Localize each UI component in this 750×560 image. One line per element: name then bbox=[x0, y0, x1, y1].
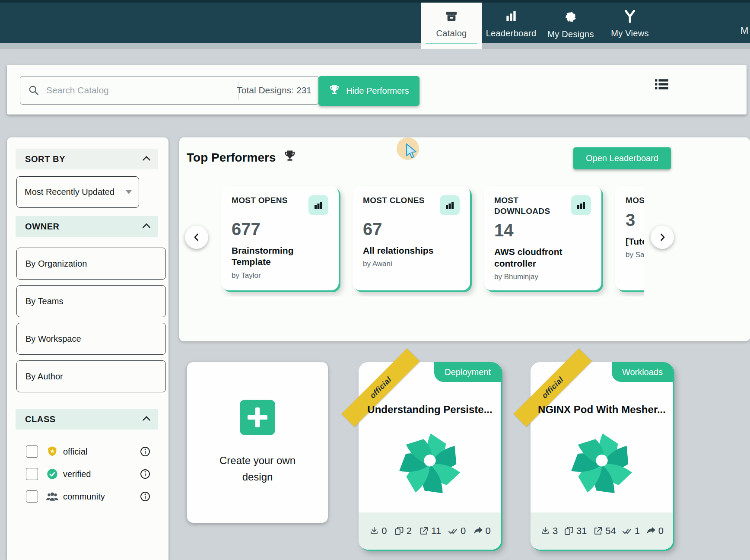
views-y-icon bbox=[623, 10, 637, 25]
hide-performers-button[interactable]: Hide Performers bbox=[318, 76, 419, 106]
metric-label: MOST DOWNLOADS bbox=[494, 195, 566, 216]
meshery-spiral-logo bbox=[560, 423, 644, 509]
metric-value: 14 bbox=[494, 221, 591, 240]
plus-icon bbox=[240, 400, 275, 435]
chevron-up-icon bbox=[142, 222, 151, 231]
checks-stat[interactable]: 1 bbox=[622, 525, 640, 537]
tab-catalog[interactable]: Catalog bbox=[421, 3, 482, 49]
catalog-page: Catalog Leaderboard bbox=[0, 0, 750, 560]
performer-card-most-opens[interactable]: MOST OPENS 677 Brainstorming Template by… bbox=[221, 186, 339, 290]
performer-card-partial[interactable]: MOST 3 [Tuto Kube by Sar bbox=[615, 186, 644, 290]
search-box[interactable]: Total Designs: 231 bbox=[20, 76, 319, 105]
hide-performers-label: Hide Performers bbox=[346, 86, 409, 96]
trophy-icon bbox=[283, 150, 296, 165]
community-checkbox[interactable] bbox=[26, 490, 38, 503]
bar-chart-icon bbox=[308, 195, 328, 215]
info-icon[interactable] bbox=[140, 491, 150, 502]
carousel-next-button[interactable] bbox=[651, 226, 674, 249]
chevron-up-icon bbox=[142, 415, 151, 423]
info-icon[interactable] bbox=[140, 446, 150, 457]
clones-count: 31 bbox=[576, 525, 587, 537]
class-option-verified[interactable]: verified bbox=[16, 464, 160, 484]
downloads-stat[interactable]: 0 bbox=[369, 525, 387, 537]
opens-count: 11 bbox=[431, 525, 441, 537]
download-icon bbox=[369, 526, 379, 536]
active-tab-underline bbox=[426, 43, 477, 44]
download-icon bbox=[540, 526, 550, 536]
shares-count: 0 bbox=[486, 525, 491, 537]
meshery-spiral-logo bbox=[388, 423, 472, 509]
shares-stat[interactable]: 0 bbox=[473, 525, 491, 537]
class-option-community[interactable]: community bbox=[16, 487, 160, 506]
metric-label: MOST OPENS bbox=[232, 195, 288, 206]
design-stats-footer: 0 2 11 0 bbox=[359, 512, 501, 550]
open-in-new-icon bbox=[419, 526, 429, 536]
design-author: by Taylor bbox=[232, 271, 328, 280]
top-performers-title: Top Performers bbox=[187, 150, 296, 165]
filter-by-workspace-button[interactable]: By Workspace bbox=[16, 323, 166, 355]
create-design-label: Create your own design bbox=[219, 452, 296, 485]
official-checkbox[interactable] bbox=[26, 445, 38, 458]
archive-icon bbox=[445, 10, 458, 25]
filter-by-organization-button[interactable]: By Organization bbox=[16, 248, 166, 280]
design-title: Understanding Persiste... bbox=[359, 404, 501, 416]
bar-chart-icon bbox=[504, 10, 518, 25]
filter-sidebar: SORT BY Most Recently Updated OWNER By O… bbox=[7, 137, 168, 560]
info-icon[interactable] bbox=[140, 469, 150, 479]
class-header[interactable]: CLASS bbox=[16, 409, 158, 430]
double-check-icon bbox=[448, 526, 458, 536]
class-option-label: official bbox=[63, 447, 87, 457]
list-view-icon[interactable] bbox=[655, 78, 669, 92]
open-in-new-icon bbox=[593, 526, 603, 536]
filter-by-author-button[interactable]: By Author bbox=[16, 360, 166, 392]
tab-my-views[interactable]: My Views bbox=[603, 3, 657, 43]
clone-icon bbox=[564, 526, 574, 536]
design-author: by Bhuminjay bbox=[494, 273, 591, 281]
checks-count: 0 bbox=[461, 525, 466, 537]
design-name: Brainstorming Template bbox=[232, 245, 328, 268]
tab-partial[interactable]: M bbox=[740, 25, 748, 36]
sort-order-select[interactable]: Most Recently Updated bbox=[16, 176, 139, 208]
verified-checkbox[interactable] bbox=[26, 468, 38, 480]
navbar-bottom-strip bbox=[0, 43, 750, 49]
metric-value: 3 bbox=[626, 210, 644, 230]
opens-count: 54 bbox=[605, 525, 616, 537]
sort-by-header[interactable]: SORT BY bbox=[16, 149, 158, 169]
carousel-prev-button[interactable] bbox=[185, 226, 208, 249]
tab-my-designs[interactable]: My Designs bbox=[543, 3, 598, 43]
opens-stat[interactable]: 11 bbox=[419, 525, 441, 537]
design-title: NGINX Pod With Mesher... bbox=[531, 404, 673, 416]
owner-header[interactable]: OWNER bbox=[16, 216, 158, 237]
performer-card-most-downloads[interactable]: MOST DOWNLOADS 14 AWS cloudfront control… bbox=[484, 186, 601, 290]
total-designs-label: Total Designs: 231 bbox=[237, 76, 311, 104]
performer-card-most-clones[interactable]: MOST CLONES 67 All relationships by Awan… bbox=[353, 186, 470, 290]
downloads-stat[interactable]: 3 bbox=[540, 525, 558, 537]
checks-count: 1 bbox=[635, 525, 640, 537]
search-input[interactable] bbox=[45, 85, 211, 96]
open-leaderboard-button[interactable]: Open Leaderboard bbox=[573, 147, 671, 169]
create-design-card[interactable]: Create your own design bbox=[187, 362, 328, 523]
top-performers-panel: Top Performers Open Leaderboard MOST OPE… bbox=[179, 137, 750, 341]
shares-stat[interactable]: 0 bbox=[646, 525, 664, 537]
checks-stat[interactable]: 0 bbox=[448, 525, 466, 537]
metric-value: 677 bbox=[232, 220, 328, 239]
design-card-nginx-pod[interactable]: official Workloads NGINX Pod With Mesher… bbox=[531, 362, 673, 550]
top-performers-title-text: Top Performers bbox=[187, 151, 276, 165]
opens-stat[interactable]: 54 bbox=[593, 525, 616, 537]
tab-leaderboard[interactable]: Leaderboard bbox=[484, 3, 538, 43]
metric-label: MOST CLONES bbox=[363, 195, 425, 206]
tab-label: My Designs bbox=[547, 29, 594, 39]
double-check-icon bbox=[622, 526, 632, 536]
caret-down-icon bbox=[126, 190, 132, 194]
class-option-official[interactable]: official bbox=[16, 442, 160, 461]
metric-value: 67 bbox=[363, 220, 460, 239]
create-design-label-line2: design bbox=[219, 469, 296, 485]
clones-stat[interactable]: 31 bbox=[564, 525, 587, 537]
chevron-right-icon bbox=[658, 233, 667, 242]
chevron-left-icon bbox=[192, 233, 201, 242]
design-card-understanding-persistent[interactable]: official Deployment Understanding Persis… bbox=[359, 362, 501, 550]
search-icon bbox=[28, 85, 39, 96]
filter-by-teams-button[interactable]: By Teams bbox=[16, 285, 166, 317]
class-option-label: community bbox=[63, 492, 105, 502]
clones-stat[interactable]: 2 bbox=[394, 525, 412, 537]
